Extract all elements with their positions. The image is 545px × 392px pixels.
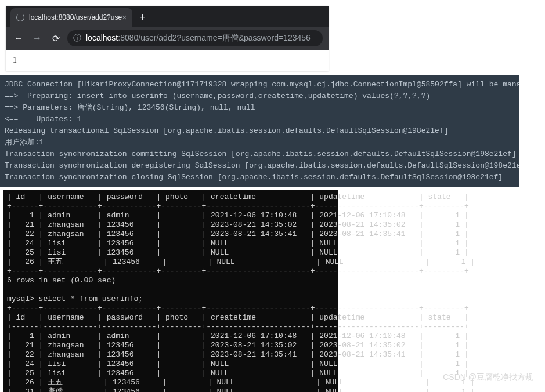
url-input[interactable]: ⓘ localhost:8080/user/add2?username=唐僧&p… bbox=[67, 30, 323, 46]
page-content: 1 bbox=[6, 50, 329, 71]
url-text: localhost:8080/user/add2?username=唐僧&pas… bbox=[86, 33, 311, 43]
address-bar: ← → ⟳ ⓘ localhost:8080/user/add2?usernam… bbox=[6, 27, 329, 50]
new-tab-button[interactable]: + bbox=[132, 8, 153, 27]
browser-window: localhost:8080/user/add2?use × + ← → ⟳ ⓘ… bbox=[6, 6, 329, 71]
reload-button[interactable]: ⟳ bbox=[49, 33, 63, 44]
tab-title: localhost:8080/user/add2?use bbox=[29, 13, 122, 21]
browser-tab[interactable]: localhost:8080/user/add2?use × bbox=[10, 8, 132, 27]
tab-bar: localhost:8080/user/add2?use × + bbox=[6, 6, 329, 27]
back-button[interactable]: ← bbox=[12, 33, 26, 43]
loading-icon bbox=[16, 13, 24, 21]
site-info-icon[interactable]: ⓘ bbox=[73, 33, 81, 43]
log-console: JDBC Connection [HikariProxyConnection@1… bbox=[0, 75, 519, 187]
close-icon[interactable]: × bbox=[122, 13, 127, 22]
forward-button[interactable]: → bbox=[30, 33, 44, 43]
mysql-terminal: | id | username | password | photo | cre… bbox=[3, 190, 338, 392]
watermark: CSDN @豆腐乾净找方规 bbox=[443, 372, 533, 383]
